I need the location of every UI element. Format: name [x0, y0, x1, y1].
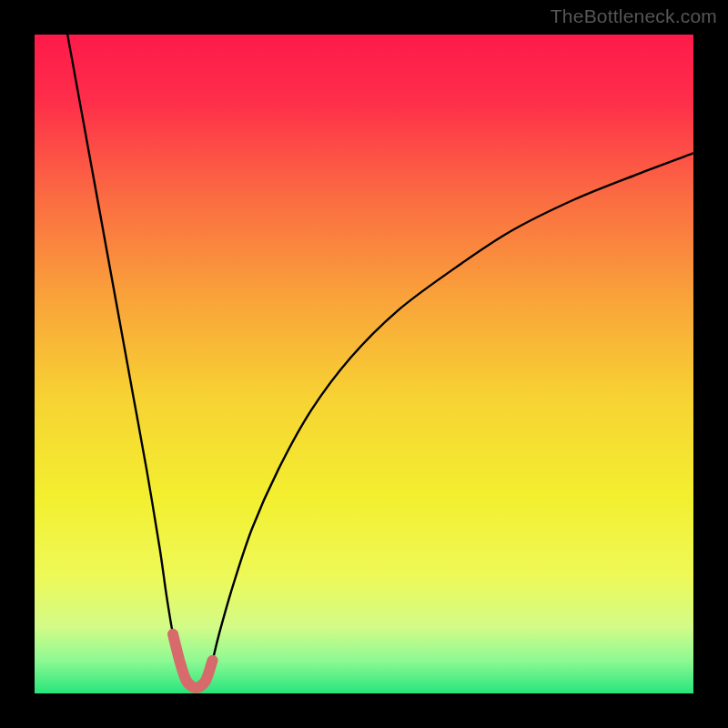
bottleneck-curve: [35, 35, 693, 693]
plot-area: [35, 35, 693, 693]
chart-frame: TheBottleneck.com: [0, 0, 728, 728]
watermark-text: TheBottleneck.com: [551, 5, 717, 27]
